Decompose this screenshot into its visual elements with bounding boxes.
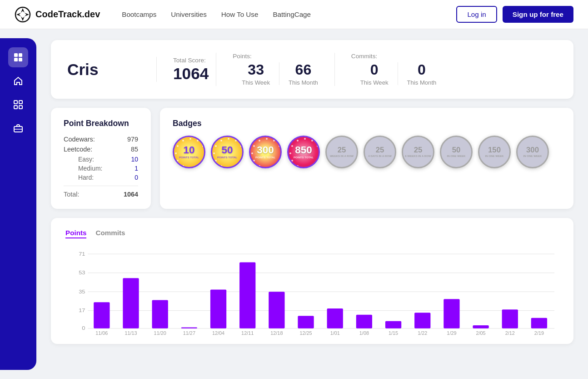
nav-batting-cage[interactable]: BattingCage (273, 10, 311, 18)
svg-rect-43 (414, 313, 430, 328)
logo: CodeTrack.dev (15, 6, 100, 23)
hard-row: Hard: 0 (78, 174, 138, 181)
badges-grid: 10POINTS TOTAL50POINTS TOTAL300POINTS TO… (173, 136, 561, 168)
svg-rect-4 (19, 58, 22, 61)
svg-text:11/06: 11/06 (95, 331, 108, 336)
svg-text:71: 71 (79, 251, 85, 257)
chart-area: 71533517011/0611/1311/2011/2712/0412/111… (65, 246, 559, 337)
svg-rect-6 (19, 101, 22, 104)
badge-item-9: 300IN ONE WEEK (516, 136, 549, 168)
leetcode-sub: Easy: 10 Medium: 1 Hard: 0 (71, 156, 138, 181)
user-name: Cris (67, 61, 149, 79)
badge-item-4: 25WEEKS IN A ROW (325, 136, 358, 168)
svg-text:2/12: 2/12 (505, 331, 515, 336)
badge-item-2: 300POINTS TOTAL (249, 136, 282, 168)
svg-text:1/01: 1/01 (330, 331, 340, 336)
codewars-value: 979 (127, 136, 138, 143)
commits-week-value: 0 (370, 61, 379, 78)
hard-label: Hard: (78, 174, 94, 181)
commits-week-col: 0 This Week (351, 61, 398, 86)
svg-rect-5 (14, 101, 17, 104)
score-card: Cris Total Score: 1064 Points: 33 This W… (51, 40, 573, 99)
badge-item-5: 254 DAYS IN A ROW (364, 136, 396, 168)
points-week-value: 33 (248, 61, 264, 78)
breakdown-card: Point Breakdown Codewars: 979 Leetcode: … (51, 108, 151, 209)
nav-how-to-use[interactable]: How To Use (221, 10, 259, 18)
hard-value: 0 (135, 174, 138, 181)
badge-item-6: 256 WEEKS IN A ROW (402, 136, 434, 168)
svg-rect-35 (298, 316, 314, 328)
leetcode-value: 85 (131, 146, 138, 153)
svg-text:0: 0 (82, 325, 85, 331)
points-month-label: This Month (289, 79, 318, 86)
home-icon (13, 76, 23, 86)
badge-item-3: 850POINTS TOTAL (287, 136, 320, 168)
svg-text:1/15: 1/15 (389, 331, 398, 336)
signup-button[interactable]: Sign up for free (503, 6, 573, 23)
badge-item-0: 10POINTS TOTAL (173, 136, 205, 168)
svg-rect-23 (123, 278, 139, 328)
nav-universities[interactable]: Universities (171, 10, 207, 18)
commits-month-col: 0 This Month (398, 61, 446, 86)
login-button[interactable]: Log in (456, 6, 497, 23)
medium-row: Medium: 1 (78, 165, 138, 172)
chart-card: Points Commits 71533517011/0611/1311/201… (51, 218, 573, 344)
codewars-label: Codewars: (64, 136, 95, 143)
svg-rect-21 (94, 302, 110, 328)
svg-text:1/22: 1/22 (418, 331, 427, 336)
commits-month-label: This Month (407, 79, 437, 86)
badges-title: Badges (173, 119, 561, 128)
points-label: Points: (233, 53, 327, 60)
briefcase-icon (13, 123, 23, 133)
easy-label: Easy: (78, 156, 94, 163)
svg-text:2/05: 2/05 (476, 331, 486, 336)
layout: Cris Total Score: 1064 Points: 33 This W… (0, 29, 588, 379)
logo-icon (15, 6, 31, 23)
svg-text:12/11: 12/11 (241, 331, 254, 336)
leetcode-row: Leetcode: 85 (64, 146, 138, 153)
svg-text:11/27: 11/27 (183, 331, 195, 336)
points-section: Points: 33 This Week 66 This Month (216, 53, 327, 86)
easy-row: Easy: 10 (78, 156, 138, 163)
total-score-value: 1064 (173, 66, 209, 81)
grid-icon (13, 100, 23, 110)
points-week-col: 33 This Week (233, 61, 279, 86)
total-value: 1064 (124, 191, 138, 198)
svg-rect-29 (210, 290, 226, 328)
badges-card: Badges 10POINTS TOTAL50POINTS TOTAL300PO… (160, 108, 573, 209)
commits-month-value: 0 (418, 61, 426, 78)
tab-points[interactable]: Points (65, 229, 86, 238)
sidebar-item-home[interactable] (8, 71, 28, 91)
badge-item-8: 150IN ONE WEEK (478, 136, 511, 168)
badge-item-7: 50IN ONE WEEK (440, 136, 473, 168)
svg-text:12/25: 12/25 (299, 331, 312, 336)
points-week-label: This Week (242, 79, 270, 86)
svg-rect-45 (443, 299, 459, 328)
medium-value: 1 (135, 165, 138, 172)
svg-rect-49 (502, 309, 518, 328)
svg-rect-25 (152, 300, 168, 328)
sidebar-item-briefcase[interactable] (8, 118, 28, 138)
svg-rect-2 (19, 53, 22, 57)
total-label: Total: (64, 191, 79, 198)
svg-text:53: 53 (79, 270, 85, 276)
navbar: CodeTrack.dev Bootcamps Universities How… (0, 0, 588, 29)
tab-commits[interactable]: Commits (95, 229, 125, 238)
svg-rect-31 (239, 263, 255, 328)
leetcode-label: Leetcode: (64, 146, 92, 153)
total-row: Total: 1064 (64, 191, 138, 198)
breakdown-divider (64, 186, 138, 186)
svg-rect-1 (14, 53, 18, 57)
svg-text:1/08: 1/08 (359, 331, 369, 336)
svg-rect-41 (385, 321, 401, 328)
svg-rect-3 (14, 58, 18, 61)
easy-value: 10 (131, 156, 138, 163)
nav-bootcamps[interactable]: Bootcamps (122, 10, 156, 18)
sidebar-item-dashboard[interactable] (8, 47, 28, 67)
svg-rect-7 (14, 106, 17, 109)
dashboard-icon (13, 52, 23, 62)
main-content: Cris Total Score: 1064 Points: 33 This W… (36, 29, 588, 379)
codewars-row: Codewars: 979 (64, 136, 138, 143)
commits-label: Commits: (351, 53, 446, 60)
sidebar-item-grid[interactable] (8, 95, 28, 115)
